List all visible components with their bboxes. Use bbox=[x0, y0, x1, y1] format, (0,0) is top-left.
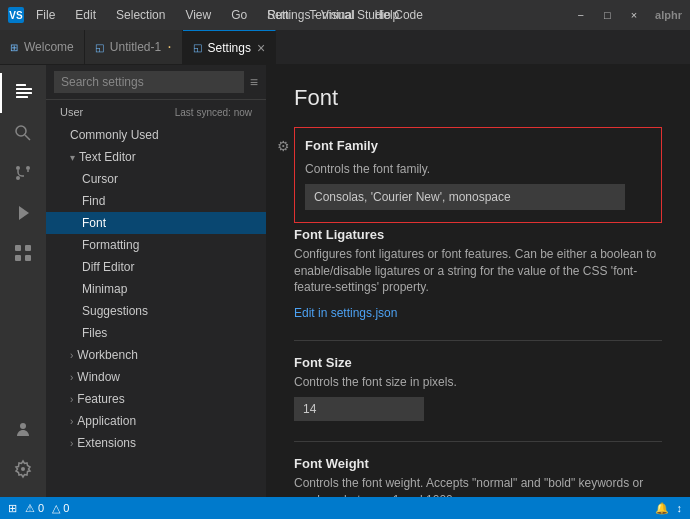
window-title: Settings - Visual Studio Code bbox=[267, 8, 423, 22]
file-icon: ◱ bbox=[95, 42, 104, 53]
svg-rect-2 bbox=[16, 92, 32, 94]
text-editor-chevron: ▾ bbox=[70, 152, 75, 163]
status-notification-icon[interactable]: 🔔 bbox=[655, 502, 669, 515]
tab-welcome-label: Welcome bbox=[24, 40, 74, 54]
main-area: ≡ User Last synced: now Commonly Used ▾ … bbox=[0, 65, 690, 497]
unsaved-dot: · bbox=[167, 38, 171, 56]
application-label: Application bbox=[77, 414, 136, 428]
activity-source-control[interactable] bbox=[0, 153, 46, 193]
features-label: Features bbox=[77, 392, 124, 406]
divider-1 bbox=[294, 340, 662, 341]
title-bar-right: − □ × alphr bbox=[572, 7, 682, 23]
tab-settings[interactable]: ◱ Settings × bbox=[183, 30, 277, 64]
sidebar-item-commonly-used[interactable]: Commonly Used bbox=[46, 124, 266, 146]
sidebar-item-minimap[interactable]: Minimap bbox=[46, 278, 266, 300]
svg-point-4 bbox=[16, 126, 26, 136]
tab-settings-label: Settings bbox=[208, 41, 251, 55]
tab-close-button[interactable]: × bbox=[257, 40, 265, 56]
minimap-label: Minimap bbox=[82, 282, 127, 296]
vscode-icon: VS bbox=[8, 7, 24, 23]
font-family-setting: ⚙ Font Family Controls the font family. bbox=[294, 127, 662, 223]
font-weight-setting: Font Weight Controls the font weight. Ac… bbox=[294, 456, 662, 497]
sidebar-item-features[interactable]: › Features bbox=[46, 388, 266, 410]
status-remote-icon[interactable]: ⊞ bbox=[8, 502, 17, 515]
sidebar-item-formatting[interactable]: Formatting bbox=[46, 234, 266, 256]
menu-go[interactable]: Go bbox=[227, 6, 251, 24]
activity-debug[interactable] bbox=[0, 193, 46, 233]
font-family-input[interactable] bbox=[305, 184, 625, 210]
commonly-used-label: Commonly Used bbox=[70, 128, 159, 142]
status-errors[interactable]: ⚠ 0 bbox=[25, 502, 44, 515]
sidebar-item-font[interactable]: Font bbox=[46, 212, 266, 234]
sidebar-item-window[interactable]: › Window bbox=[46, 366, 266, 388]
sidebar-item-workbench[interactable]: › Workbench bbox=[46, 344, 266, 366]
extensions-chevron: › bbox=[70, 438, 73, 449]
user-section-header: User Last synced: now bbox=[46, 100, 266, 124]
sidebar-item-find[interactable]: Find bbox=[46, 190, 266, 212]
maximize-button[interactable]: □ bbox=[598, 7, 617, 23]
menu-file[interactable]: File bbox=[32, 6, 59, 24]
font-ligatures-setting: Font Ligatures Configures font ligatures… bbox=[294, 227, 662, 320]
svg-rect-1 bbox=[16, 88, 32, 90]
font-size-input[interactable] bbox=[294, 397, 424, 421]
formatting-label: Formatting bbox=[82, 238, 139, 252]
tab-untitled-label: Untitled-1 bbox=[110, 40, 161, 54]
activity-extensions[interactable] bbox=[0, 233, 46, 273]
font-size-name: Font Size bbox=[294, 355, 662, 370]
svg-point-14 bbox=[20, 423, 26, 429]
filter-icon[interactable]: ≡ bbox=[250, 74, 258, 90]
font-family-desc: Controls the font family. bbox=[305, 161, 651, 178]
svg-point-6 bbox=[16, 166, 20, 170]
activity-bar bbox=[0, 65, 46, 497]
sidebar-item-application[interactable]: › Application bbox=[46, 410, 266, 432]
sidebar-item-text-editor[interactable]: ▾ Text Editor bbox=[46, 146, 266, 168]
status-bar: ⊞ ⚠ 0 △ 0 🔔 ↕ bbox=[0, 497, 690, 519]
svg-rect-10 bbox=[15, 245, 21, 251]
activity-explorer[interactable] bbox=[0, 73, 46, 113]
menu-view[interactable]: View bbox=[181, 6, 215, 24]
svg-rect-11 bbox=[25, 245, 31, 251]
cursor-label: Cursor bbox=[82, 172, 118, 186]
suggestions-label: Suggestions bbox=[82, 304, 148, 318]
font-size-desc: Controls the font size in pixels. bbox=[294, 374, 662, 391]
status-bar-left: ⊞ ⚠ 0 △ 0 bbox=[8, 502, 69, 515]
svg-rect-12 bbox=[15, 255, 21, 261]
search-input[interactable] bbox=[54, 71, 244, 93]
svg-rect-0 bbox=[16, 84, 26, 86]
tab-welcome[interactable]: ⊞ Welcome bbox=[0, 30, 85, 64]
files-label: Files bbox=[82, 326, 107, 340]
font-section-title: Font bbox=[294, 85, 662, 111]
menu-selection[interactable]: Selection bbox=[112, 6, 169, 24]
svg-rect-3 bbox=[16, 96, 28, 98]
font-family-header: Font Family bbox=[305, 138, 651, 157]
svg-rect-13 bbox=[25, 255, 31, 261]
font-ligatures-edit-link[interactable]: Edit in settings.json bbox=[294, 306, 397, 320]
status-sync-icon[interactable]: ↕ bbox=[677, 502, 683, 514]
tab-untitled[interactable]: ◱ Untitled-1 · bbox=[85, 30, 183, 64]
font-weight-desc: Controls the font weight. Accepts "norma… bbox=[294, 475, 662, 497]
svg-marker-9 bbox=[19, 206, 29, 220]
svg-line-5 bbox=[25, 135, 30, 140]
sidebar-item-cursor[interactable]: Cursor bbox=[46, 168, 266, 190]
activity-search[interactable] bbox=[0, 113, 46, 153]
minimize-button[interactable]: − bbox=[572, 7, 590, 23]
window-controls: − □ × bbox=[572, 7, 644, 23]
window-chevron: › bbox=[70, 372, 73, 383]
close-button[interactable]: × bbox=[625, 7, 643, 23]
svg-point-7 bbox=[26, 166, 30, 170]
menu-edit[interactable]: Edit bbox=[71, 6, 100, 24]
sidebar-item-extensions[interactable]: › Extensions bbox=[46, 432, 266, 454]
svg-point-15 bbox=[21, 467, 25, 471]
activity-settings[interactable] bbox=[0, 449, 46, 489]
sidebar-item-files[interactable]: Files bbox=[46, 322, 266, 344]
sidebar-item-diff-editor[interactable]: Diff Editor bbox=[46, 256, 266, 278]
find-label: Find bbox=[82, 194, 105, 208]
status-warnings[interactable]: △ 0 bbox=[52, 502, 69, 515]
sidebar-item-suggestions[interactable]: Suggestions bbox=[46, 300, 266, 322]
title-bar: VS File Edit Selection View Go Run Termi… bbox=[0, 0, 690, 30]
font-family-gear-icon[interactable]: ⚙ bbox=[277, 138, 290, 154]
workbench-label: Workbench bbox=[77, 348, 137, 362]
font-ligatures-desc: Configures font ligatures or font featur… bbox=[294, 246, 662, 296]
activity-account[interactable] bbox=[0, 409, 46, 449]
user-label-text: User bbox=[60, 106, 83, 118]
